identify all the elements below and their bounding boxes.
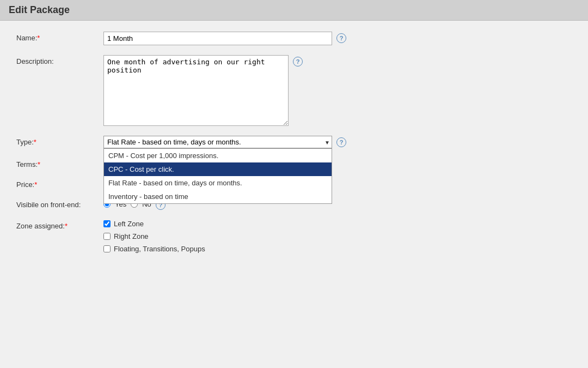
zone-left-label: Left Zone <box>114 220 144 228</box>
dropdown-item-inventory[interactable]: Inventory - based on time <box>104 190 332 203</box>
type-row: Type:* Flat Rate - based on time, days o… <box>16 136 572 148</box>
header-bar: Edit Package <box>0 0 588 21</box>
name-row: Name:* ? <box>16 32 572 45</box>
name-label: Name:* <box>16 32 103 42</box>
type-dropdown-list: CPM - Cost per 1,000 impressions. CPC - … <box>103 148 332 204</box>
dropdown-item-cpm[interactable]: CPM - Cost per 1,000 impressions. <box>104 149 332 162</box>
zone-item-floating: Floating, Transitions, Popups <box>103 245 205 253</box>
zone-floating-checkbox[interactable] <box>103 245 111 252</box>
type-select[interactable]: Flat Rate - based on time, days or month… <box>103 136 332 148</box>
zone-left-checkbox[interactable] <box>103 220 111 227</box>
zone-item-right: Right Zone <box>103 232 205 240</box>
terms-label: Terms:* <box>16 158 103 168</box>
type-dropdown-container: Flat Rate - based on time, days or month… <box>103 136 332 148</box>
name-help-icon[interactable]: ? <box>336 33 346 43</box>
zone-right-label: Right Zone <box>114 232 149 240</box>
type-field-group: Flat Rate - based on time, days or month… <box>103 136 572 148</box>
zone-floating-label: Floating, Transitions, Popups <box>114 245 205 253</box>
name-field-group: ? <box>103 32 572 45</box>
form-container: Name:* ? Description: One month of adver… <box>0 21 588 274</box>
zone-row: Zone assigned:* Left Zone Right Zone Flo… <box>16 220 572 253</box>
description-label: Description: <box>16 55 103 65</box>
price-label: Price:* <box>16 178 103 189</box>
zone-item-left: Left Zone <box>103 220 205 228</box>
page-title: Edit Package <box>9 4 579 16</box>
name-input[interactable] <box>103 32 332 45</box>
visible-label: Visibile on front-end: <box>16 198 103 209</box>
dropdown-item-flatrate[interactable]: Flat Rate - based on time, days or month… <box>104 176 332 190</box>
description-help-icon[interactable]: ? <box>293 57 303 67</box>
type-label: Type:* <box>16 136 103 146</box>
description-field-group: One month of advertising on our right po… <box>103 55 572 126</box>
description-textarea[interactable]: One month of advertising on our right po… <box>103 55 289 126</box>
zone-right-checkbox[interactable] <box>103 233 111 240</box>
dropdown-item-cpc[interactable]: CPC - Cost per click. <box>104 162 332 176</box>
zone-group: Left Zone Right Zone Floating, Transitio… <box>103 220 205 253</box>
page-container: Edit Package Name:* ? Description: One m… <box>0 0 588 368</box>
type-select-wrapper: Flat Rate - based on time, days or month… <box>103 136 332 148</box>
type-help-icon[interactable]: ? <box>336 137 346 147</box>
zone-label: Zone assigned:* <box>16 220 103 230</box>
zone-field-group: Left Zone Right Zone Floating, Transitio… <box>103 220 572 253</box>
description-row: Description: One month of advertising on… <box>16 55 572 126</box>
